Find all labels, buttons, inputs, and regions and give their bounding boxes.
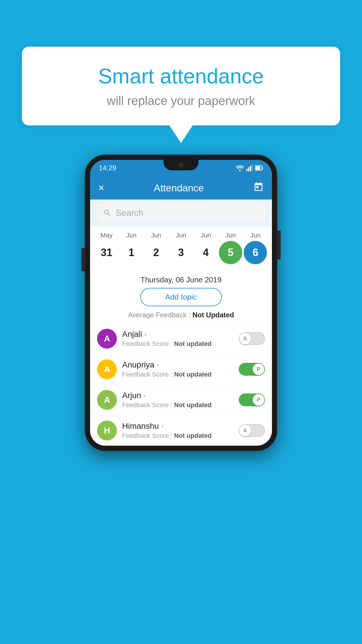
wifi-icon xyxy=(236,165,244,171)
feedback-himanshu: Feedback Score : Not updated xyxy=(122,432,233,440)
toggle-knob-anupriya: P xyxy=(253,363,264,375)
search-icon xyxy=(103,209,112,217)
student-info-arjun: Arjun › Feedback Score : Not updated xyxy=(122,391,233,409)
student-item[interactable]: A Anjali › Feedback Score : Not updated … xyxy=(90,323,272,354)
svg-rect-0 xyxy=(246,169,247,171)
content-area: Thursday, 06 June 2019 Add topic Average… xyxy=(90,268,272,323)
speech-bubble: Smart attendance will replace your paper… xyxy=(22,47,340,125)
feedback-anupriya: Feedback Score : Not updated xyxy=(122,371,233,378)
status-bar: 14:29 xyxy=(90,160,272,176)
student-item[interactable]: A Arjun › Feedback Score : Not updated P xyxy=(90,384,272,415)
status-time: 14:29 xyxy=(99,164,116,172)
avatar-himanshu: H xyxy=(97,421,117,440)
speech-bubble-title: Smart attendance xyxy=(45,64,317,88)
selected-date-label: Thursday, 06 June 2019 xyxy=(90,272,272,288)
student-info-anjali: Anjali › Feedback Score : Not updated xyxy=(122,330,233,348)
student-info-himanshu: Himanshu › Feedback Score : Not updated xyxy=(122,421,233,440)
month-jun2: Jun xyxy=(145,232,168,239)
month-jun1: Jun xyxy=(120,232,143,239)
toggle-anupriya[interactable]: P xyxy=(239,363,265,376)
svg-rect-2 xyxy=(250,166,251,171)
avg-feedback-label: Average Feedback : xyxy=(128,311,192,319)
chevron-anupriya: › xyxy=(157,361,159,369)
date-31[interactable]: 31 xyxy=(95,241,118,264)
date-6-selected[interactable]: 6 xyxy=(244,241,267,264)
month-jun3: Jun xyxy=(169,232,193,239)
toggle-anjali[interactable]: A xyxy=(239,332,265,345)
student-list: A Anjali › Feedback Score : Not updated … xyxy=(90,323,272,446)
speech-bubble-subtitle: will replace your paperwork xyxy=(45,94,317,108)
calendar-row: May Jun Jun Jun Jun Jun Jun 31 1 2 3 4 5… xyxy=(90,226,272,268)
svg-rect-5 xyxy=(262,167,263,169)
date-5-today[interactable]: 5 xyxy=(219,241,242,264)
student-name-anupriya: Anupriya › xyxy=(122,360,233,370)
speech-bubble-container: Smart attendance will replace your paper… xyxy=(22,47,340,143)
close-button[interactable]: × xyxy=(98,182,104,194)
toggle-knob-arjun: P xyxy=(253,394,264,406)
svg-rect-1 xyxy=(248,167,249,171)
chevron-himanshu: › xyxy=(161,422,163,430)
feedback-anjali: Feedback Score : Not updated xyxy=(122,340,233,348)
chevron-anjali: › xyxy=(144,330,146,338)
month-jun6: Jun xyxy=(244,232,267,239)
student-info-anupriya: Anupriya › Feedback Score : Not updated xyxy=(122,360,233,378)
add-topic-button[interactable]: Add topic xyxy=(140,288,222,306)
student-name-himanshu: Himanshu › xyxy=(122,421,233,431)
phone-container: 14:29 xyxy=(85,155,277,451)
notch-camera xyxy=(178,162,184,168)
toggle-knob-himanshu: A xyxy=(239,425,251,436)
speech-bubble-tail xyxy=(169,125,193,143)
toggle-arjun[interactable]: P xyxy=(239,393,265,406)
date-row: 31 1 2 3 4 5 6 xyxy=(90,239,272,268)
date-3[interactable]: 3 xyxy=(169,241,193,264)
date-1[interactable]: 1 xyxy=(120,241,143,264)
page-title: Attendance xyxy=(154,182,204,194)
date-2[interactable]: 2 xyxy=(145,241,168,264)
month-jun5: Jun xyxy=(219,232,242,239)
search-bar[interactable]: Search xyxy=(96,204,266,222)
signal-icon xyxy=(246,165,253,171)
date-4[interactable]: 4 xyxy=(194,241,217,264)
student-item[interactable]: H Himanshu › Feedback Score : Not update… xyxy=(90,415,272,446)
app-header: × Attendance xyxy=(90,176,272,200)
avatar-anjali: A xyxy=(97,329,117,349)
avatar-arjun: A xyxy=(97,390,117,410)
toggle-himanshu[interactable]: A xyxy=(239,424,265,437)
month-jun4: Jun xyxy=(194,232,217,239)
calendar-icon[interactable] xyxy=(253,182,264,194)
avatar-anupriya: A xyxy=(97,359,117,379)
battery-icon xyxy=(255,165,263,171)
status-icons xyxy=(236,165,263,171)
month-may: May xyxy=(95,232,118,239)
toggle-knob-anjali: A xyxy=(239,333,251,344)
avg-feedback-value: Not Updated xyxy=(192,311,234,319)
student-item[interactable]: A Anupriya › Feedback Score : Not update… xyxy=(90,354,272,384)
notch xyxy=(164,160,198,170)
svg-rect-3 xyxy=(252,165,253,171)
month-row: May Jun Jun Jun Jun Jun Jun xyxy=(90,229,272,239)
student-name-anjali: Anjali › xyxy=(122,330,233,339)
avg-feedback: Average Feedback : Not Updated xyxy=(90,311,272,323)
phone-screen: 14:29 xyxy=(90,160,272,446)
chevron-arjun: › xyxy=(143,392,145,399)
calendar-svg xyxy=(253,182,264,192)
search-placeholder: Search xyxy=(116,208,143,218)
phone-outer: 14:29 xyxy=(85,155,277,451)
student-name-arjun: Arjun › xyxy=(122,391,233,400)
search-bar-container: Search xyxy=(90,200,272,226)
svg-rect-6 xyxy=(256,166,260,170)
feedback-arjun: Feedback Score : Not updated xyxy=(122,401,233,409)
